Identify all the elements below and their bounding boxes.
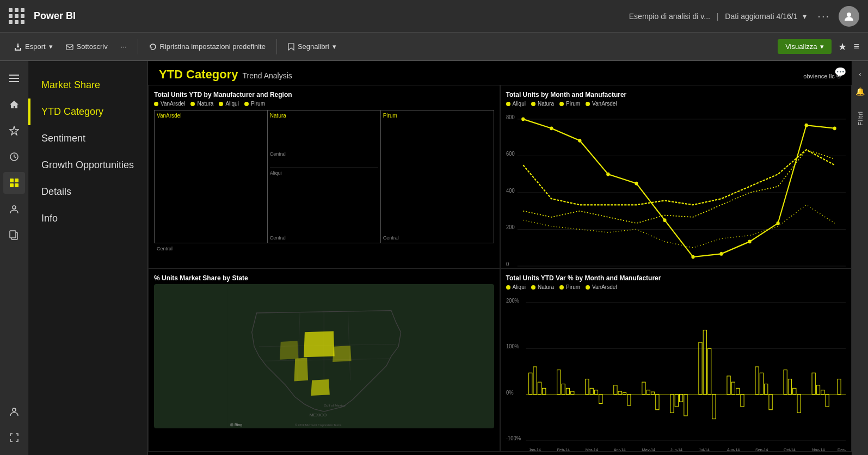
svg-rect-90: [740, 395, 743, 407]
report-title-main: YTD Category: [159, 67, 238, 82]
svg-point-29: [719, 252, 723, 256]
svg-rect-83: [698, 342, 701, 395]
svg-point-31: [776, 222, 779, 225]
person-icon[interactable]: [3, 401, 25, 422]
svg-rect-59: [528, 373, 532, 394]
hamburger-menu[interactable]: [3, 67, 25, 89]
nav-item-sentiment[interactable]: Sentiment: [28, 125, 147, 152]
svg-rect-102: [826, 395, 829, 407]
list-button[interactable]: ≡: [853, 41, 859, 52]
bookmarks-button[interactable]: Segnalibri ▾: [282, 39, 342, 54]
main-content: Market Share YTD Category Sentiment Grow…: [0, 61, 868, 455]
svg-rect-1: [66, 45, 73, 50]
nav-item-info[interactable]: Info: [28, 205, 147, 232]
nav-item-ytd-category[interactable]: YTD Category: [28, 99, 147, 125]
copy-icon[interactable]: [3, 224, 25, 246]
svg-rect-71: [613, 385, 617, 395]
people-icon[interactable]: [3, 198, 25, 220]
bell-icon[interactable]: 🔔: [855, 83, 865, 100]
svg-text:⊞ Bing: ⊞ Bing: [230, 423, 242, 427]
title-chevron[interactable]: ▾: [803, 12, 807, 21]
bookmarks-chevron[interactable]: ▾: [333, 42, 336, 51]
report-header: YTD Category Trend Analysis obvience llc…: [148, 61, 852, 85]
svg-text:Sep-14: Sep-14: [755, 447, 767, 452]
export-button[interactable]: Esport ▾: [9, 39, 58, 54]
collapse-panel-button[interactable]: ‹: [859, 65, 861, 83]
svg-text:Aug-14: Aug-14: [727, 447, 739, 452]
svg-rect-96: [788, 379, 791, 395]
nav-item-details[interactable]: Details: [28, 179, 147, 205]
svg-text:MEXICO: MEXICO: [310, 413, 327, 417]
filters-label[interactable]: Filtri: [857, 111, 864, 126]
export-chevron[interactable]: ▾: [49, 42, 53, 51]
svg-rect-84: [703, 330, 706, 395]
topbar-more-button[interactable]: ···: [817, 10, 830, 22]
svg-point-23: [550, 126, 553, 130]
chart-units-month-manufacturer: Total Units by Month and Manufacturer Al…: [500, 85, 852, 268]
svg-point-33: [833, 126, 836, 130]
user-avatar[interactable]: [839, 6, 859, 27]
svg-rect-74: [627, 395, 630, 405]
svg-text:Apr-14: Apr-14: [613, 447, 625, 452]
svg-rect-86: [712, 395, 715, 419]
reset-button[interactable]: Ripristina impostazioni predefinite: [144, 39, 271, 54]
chart-title-map: % Units Market Share by State: [154, 274, 494, 282]
svg-rect-63: [557, 370, 560, 395]
bar-chart-svg: 200% 100% 0% -100%: [506, 293, 846, 452]
visualizza-button[interactable]: Visualizza ▾: [778, 39, 832, 54]
svg-rect-73: [623, 392, 626, 394]
nav-panel: Market Share YTD Category Sentiment Grow…: [28, 61, 148, 455]
visualizza-chevron[interactable]: ▾: [820, 42, 824, 51]
svg-rect-72: [618, 391, 621, 395]
svg-rect-98: [797, 395, 800, 413]
svg-rect-101: [821, 390, 824, 395]
chart-legend-ytd: VanArsdel Natura Aliqui Pirum: [154, 101, 494, 107]
recent-icon[interactable]: [3, 146, 25, 168]
map-svg: MEXICO Gulf of Mexico ⊞ Bing © 2019 Micr…: [154, 284, 494, 428]
svg-rect-68: [590, 388, 593, 394]
toolbar-more-button[interactable]: ···: [115, 39, 132, 54]
apps-icon[interactable]: [9, 8, 25, 24]
svg-text:Mar-14: Mar-14: [585, 447, 598, 452]
svg-marker-2: [10, 126, 19, 135]
svg-rect-87: [727, 376, 730, 395]
chart-title-ytd: Total Units YTD by Manufacturer and Regi…: [154, 91, 494, 99]
chart-legend-units: Aliqui Natura Pirum VanArsdel: [506, 101, 846, 107]
svg-point-24: [578, 139, 581, 143]
svg-rect-77: [651, 392, 654, 395]
svg-point-0: [847, 13, 851, 17]
svg-rect-91: [755, 367, 758, 395]
legend-natura: Natura: [190, 101, 213, 107]
chart-ytd-manufacturer-region: Total Units YTD by Manufacturer and Regi…: [148, 85, 500, 268]
nav-item-growth-opportunities[interactable]: Growth Opportunities: [28, 152, 147, 179]
svg-text:Dec-14: Dec-14: [837, 447, 846, 452]
svg-rect-67: [585, 379, 588, 395]
svg-rect-82: [684, 395, 687, 416]
chart-ytd-var-month: Total Units YTD Var % by Month and Manuf…: [500, 268, 852, 452]
svg-rect-6: [10, 183, 14, 187]
svg-text:200: 200: [506, 224, 515, 230]
home-icon[interactable]: [3, 94, 25, 115]
svg-text:0%: 0%: [506, 389, 514, 395]
comment-icon[interactable]: 💬: [834, 66, 846, 78]
svg-rect-64: [562, 384, 565, 395]
map-visualization[interactable]: MEXICO Gulf of Mexico ⊞ Bing © 2019 Micr…: [154, 284, 494, 428]
right-panel: ‹ 🔔 Filtri: [852, 61, 868, 455]
apps-nav-icon[interactable]: [3, 172, 25, 194]
legend-pirum: Pirum: [244, 101, 265, 107]
svg-text:Jan-14: Jan-14: [528, 447, 540, 452]
svg-text:100%: 100%: [506, 343, 519, 349]
favorites-icon[interactable]: [3, 120, 25, 142]
nav-item-market-share[interactable]: Market Share: [28, 72, 147, 99]
expand-icon[interactable]: [3, 427, 25, 448]
svg-text:Oct-14: Oct-14: [784, 447, 796, 452]
svg-rect-70: [599, 395, 602, 404]
svg-rect-88: [731, 382, 735, 395]
subscribe-button[interactable]: Sottoscriv: [60, 39, 113, 54]
svg-rect-95: [784, 370, 787, 395]
favorite-button[interactable]: ★: [838, 41, 847, 53]
svg-rect-92: [760, 373, 763, 394]
svg-text:Nov-14: Nov-14: [812, 447, 824, 452]
svg-point-26: [635, 182, 638, 186]
svg-rect-99: [812, 373, 815, 394]
